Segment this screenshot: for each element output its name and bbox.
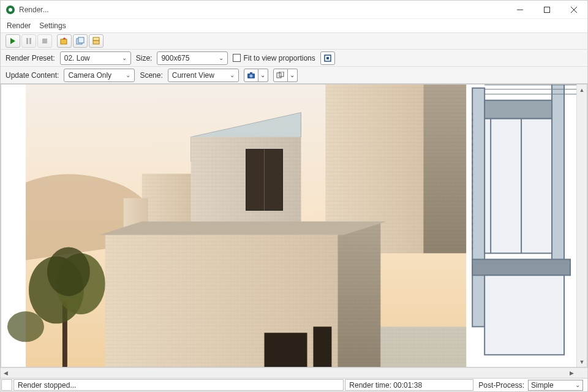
svg-point-31 xyxy=(7,311,44,342)
export-button[interactable] xyxy=(89,34,104,48)
svg-rect-12 xyxy=(78,37,84,43)
render-preset-combo[interactable]: 02. Low ⌄ xyxy=(60,51,131,65)
status-indicator xyxy=(1,379,12,391)
svg-rect-18 xyxy=(250,72,252,74)
pause-render-button[interactable] xyxy=(21,34,36,48)
update-content-combo[interactable]: Camera Only ⌄ xyxy=(64,69,135,82)
horizontal-scrollbar[interactable]: ◀ ▶ xyxy=(1,368,587,378)
chevron-down-icon: ⌄ xyxy=(122,55,127,61)
window-title: Render... xyxy=(19,6,49,14)
svg-point-1 xyxy=(9,8,12,12)
viewport-area: ▲ ▼ xyxy=(1,84,587,368)
stop-render-button[interactable] xyxy=(37,34,52,48)
svg-rect-49 xyxy=(265,333,307,367)
render-time-cell: Render time: 00:01:38 xyxy=(345,379,473,391)
svg-rect-52 xyxy=(472,88,484,327)
size-combo[interactable]: 900x675 ⌄ xyxy=(157,51,228,65)
update-content-label: Update Content: xyxy=(6,71,59,80)
menu-render[interactable]: Render xyxy=(7,21,31,30)
statusbar: Render stopped... Render time: 00:01:38 … xyxy=(1,378,587,391)
minimize-button[interactable] xyxy=(507,1,533,19)
svg-marker-47 xyxy=(337,223,380,367)
options-row-1: Render Preset: 02. Low ⌄ Size: 900x675 ⌄… xyxy=(1,50,587,67)
svg-rect-56 xyxy=(472,259,570,275)
copy-view-button-group: ⌄ xyxy=(273,69,298,82)
scroll-left-icon[interactable]: ◀ xyxy=(1,368,11,378)
copy-view-dropdown-button[interactable]: ⌄ xyxy=(288,69,298,82)
svg-rect-3 xyxy=(545,7,550,12)
svg-marker-6 xyxy=(10,38,15,44)
camera-button[interactable] xyxy=(244,69,258,82)
svg-rect-35 xyxy=(423,85,472,253)
app-icon xyxy=(6,5,15,15)
scroll-down-icon[interactable]: ▼ xyxy=(577,356,587,367)
render-preset-label: Render Preset: xyxy=(6,54,55,62)
scene-combo[interactable]: Current View ⌄ xyxy=(168,69,239,82)
svg-point-30 xyxy=(47,247,90,296)
fit-proportions-checkbox[interactable]: Fit to view proportions xyxy=(233,54,315,62)
svg-rect-10 xyxy=(61,39,67,44)
size-label: Size: xyxy=(136,54,153,62)
render-canvas[interactable] xyxy=(1,85,576,367)
chevron-down-icon: ⌄ xyxy=(219,55,224,61)
postprocess-cell: Post-Process: Simple ⌄ xyxy=(475,379,587,391)
svg-rect-50 xyxy=(313,326,331,367)
window-size-button[interactable] xyxy=(320,51,335,65)
scroll-up-icon[interactable]: ▲ xyxy=(577,85,587,95)
svg-rect-65 xyxy=(380,326,466,367)
vertical-scrollbar[interactable]: ▲ ▼ xyxy=(576,85,587,367)
svg-rect-8 xyxy=(29,38,31,44)
scroll-right-icon[interactable]: ▶ xyxy=(567,368,577,378)
chevron-down-icon: ⌄ xyxy=(126,72,130,78)
svg-rect-16 xyxy=(326,57,329,59)
menu-settings[interactable]: Settings xyxy=(39,21,66,30)
start-render-button[interactable] xyxy=(6,34,20,48)
postprocess-combo[interactable]: Simple ⌄ xyxy=(528,380,583,391)
status-text: Render stopped... xyxy=(13,379,344,391)
close-button[interactable] xyxy=(560,1,587,19)
camera-dropdown-button[interactable]: ⌄ xyxy=(258,69,268,82)
save-image-button[interactable] xyxy=(57,34,72,48)
svg-rect-13 xyxy=(93,40,99,44)
scene-label: Scene: xyxy=(140,71,162,80)
titlebar: Render... xyxy=(1,1,587,19)
svg-point-19 xyxy=(249,74,252,77)
options-row-2: Update Content: Camera Only ⌄ Scene: Cur… xyxy=(1,67,587,84)
svg-rect-54 xyxy=(484,100,552,119)
chevron-down-icon: ⌄ xyxy=(575,382,580,388)
chevron-down-icon: ⌄ xyxy=(230,72,235,78)
svg-rect-55 xyxy=(484,119,552,254)
toolbar xyxy=(1,32,587,50)
svg-rect-9 xyxy=(42,39,47,43)
svg-rect-7 xyxy=(26,38,28,44)
svg-marker-48 xyxy=(99,222,387,235)
render-time-value: 00:01:38 xyxy=(393,381,422,390)
copy-image-button[interactable] xyxy=(73,34,88,48)
svg-rect-57 xyxy=(484,275,564,355)
copy-view-button[interactable] xyxy=(273,69,288,82)
camera-button-group: ⌄ xyxy=(244,69,268,82)
maximize-button[interactable] xyxy=(533,1,560,19)
svg-rect-14 xyxy=(93,37,99,40)
menubar: Render Settings xyxy=(1,19,587,32)
